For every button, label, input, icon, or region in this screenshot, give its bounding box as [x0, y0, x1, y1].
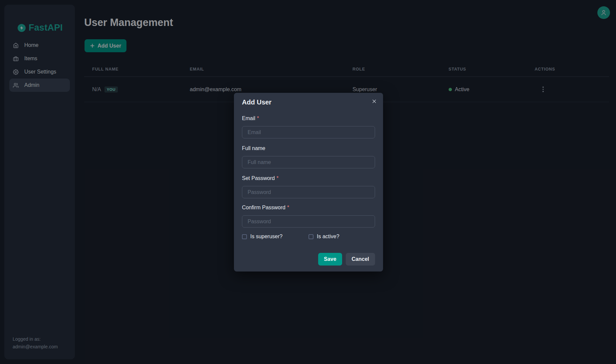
full-name-field-label: Full name — [242, 145, 375, 152]
save-button[interactable]: Save — [318, 253, 342, 266]
is-active-checkbox[interactable] — [308, 234, 313, 239]
cancel-button[interactable]: Cancel — [346, 253, 375, 266]
close-icon — [372, 99, 377, 104]
confirm-password-field-label: Confirm Password* — [242, 204, 375, 211]
full-name-field[interactable] — [242, 156, 375, 168]
set-password-field[interactable] — [242, 186, 375, 198]
required-mark: * — [257, 115, 259, 121]
checkbox-row: Is superuser? Is active? — [242, 234, 375, 240]
modal-title: Add User — [242, 98, 375, 106]
is-active-label: Is active? — [317, 234, 339, 240]
required-mark: * — [277, 175, 279, 181]
is-superuser-checkbox-group[interactable]: Is superuser? — [242, 234, 308, 240]
set-password-field-group: Set Password* — [242, 175, 375, 198]
confirm-password-label-text: Confirm Password — [242, 205, 286, 210]
confirm-password-field-group: Confirm Password* — [242, 204, 375, 228]
set-password-field-label: Set Password* — [242, 175, 375, 182]
full-name-field-group: Full name — [242, 145, 375, 168]
is-superuser-label: Is superuser? — [250, 234, 283, 240]
required-mark: * — [287, 205, 289, 210]
add-user-modal: Add User Email* Full name Set Password* … — [234, 93, 383, 272]
set-password-label-text: Set Password — [242, 175, 275, 181]
email-field-label: Email* — [242, 115, 375, 122]
is-superuser-checkbox[interactable] — [242, 234, 247, 239]
confirm-password-field[interactable] — [242, 215, 375, 228]
modal-footer: Save Cancel — [242, 253, 375, 266]
email-field[interactable] — [242, 126, 375, 138]
is-active-checkbox-group[interactable]: Is active? — [308, 234, 339, 240]
full-name-label-text: Full name — [242, 145, 265, 151]
email-field-group: Email* — [242, 115, 375, 138]
modal-close-button[interactable] — [369, 96, 379, 106]
email-label-text: Email — [242, 115, 255, 121]
